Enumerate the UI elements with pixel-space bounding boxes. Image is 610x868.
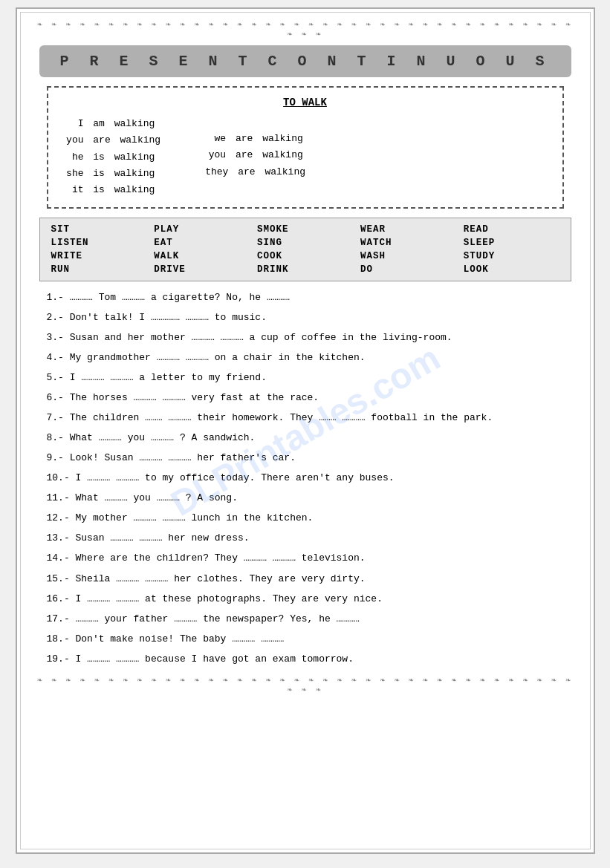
word-walking-7: walking xyxy=(256,147,302,163)
conjugation-title: TO WALK xyxy=(63,97,548,108)
top-border-decoration: ❧ ❧ ❧ ❧ ❧ ❧ ❧ ❧ ❧ ❧ ❧ ❧ ❧ ❧ ❧ ❧ ❧ ❧ ❧ ❧ … xyxy=(32,20,579,39)
exercise-item-19: 19.- I ………… ………… because I have got an e… xyxy=(43,650,568,668)
exercise-item-14: 14.- Where are the children? They ………… …… xyxy=(43,549,568,567)
verb-are-2: are xyxy=(230,131,253,147)
conjugation-left-column: I am walking you are walking he is walki… xyxy=(63,116,161,198)
exercise-item-3: 3.- Susan and her mother ………… ………… a cup… xyxy=(43,329,568,347)
word-walking-2: walking xyxy=(114,132,160,149)
exercise-item-17: 17.- ………… your father ………… the newspaper… xyxy=(43,610,568,628)
vocab-word-sing: SING xyxy=(257,238,353,248)
bottom-border-decoration: ❧ ❧ ❧ ❧ ❧ ❧ ❧ ❧ ❧ ❧ ❧ ❧ ❧ ❧ ❧ ❧ ❧ ❧ ❧ ❧ … xyxy=(32,676,579,695)
conj-row-you-sg: you are walking xyxy=(63,132,161,149)
pronoun-you-sg: you xyxy=(63,132,84,149)
worksheet-page: DLPrintables.com ❧ ❧ ❧ ❧ ❧ ❧ ❧ ❧ ❧ ❧ ❧ ❧… xyxy=(16,7,595,854)
pronoun-you-pl: you xyxy=(205,147,226,163)
word-walking-1: walking xyxy=(108,116,155,132)
verb-are-3: are xyxy=(230,147,253,163)
pronoun-i: I xyxy=(63,116,84,132)
exercise-item-10: 10.- I ………… ………… to my office today. The… xyxy=(43,469,568,487)
vocab-word-sleep: SLEEP xyxy=(464,238,559,248)
vocab-word-wear: WEAR xyxy=(360,224,456,235)
pronoun-it: it xyxy=(63,182,84,198)
vocab-word-smoke: SMOKE xyxy=(257,224,353,235)
exercise-item-9: 9.- Look! Susan ………… ………… her father's c… xyxy=(43,449,568,467)
vocab-word-study: STUDY xyxy=(464,251,559,261)
exercise-item-15: 15.- Sheila ………… ………… her clothes. They … xyxy=(43,570,568,588)
verb-is-2: is xyxy=(88,166,105,182)
vocab-word-wash: WASH xyxy=(360,251,456,261)
verb-is-1: is xyxy=(88,149,105,166)
conjugation-right-column: we are walking you are walking they are … xyxy=(205,131,305,198)
vocabulary-box: SITPLAYSMOKEWEARREADLISTENEATSINGWATCHSL… xyxy=(39,218,571,281)
conjugation-box: TO WALK I am walking you are walking he … xyxy=(47,86,564,208)
vocab-word-drink: DRINK xyxy=(257,264,353,275)
vocab-word-watch: WATCH xyxy=(360,238,456,248)
vocab-word-do: DO xyxy=(360,264,456,275)
exercise-item-4: 4.- My grandmother ………… ………… on a chair … xyxy=(43,349,568,367)
conj-row-you-pl: you are walking xyxy=(205,147,305,163)
exercise-item-2: 2.- Don't talk! I …………… ………… to music. xyxy=(43,309,568,327)
vocab-word-read: READ xyxy=(464,224,559,235)
exercise-item-16: 16.- I ………… ………… at these photographs. T… xyxy=(43,590,568,608)
conj-row-i: I am walking xyxy=(63,116,161,132)
word-walking-5: walking xyxy=(108,182,155,198)
vocab-word-eat: EAT xyxy=(154,238,250,248)
vocab-word-cook: COOK xyxy=(257,251,353,261)
exercise-item-1: 1.- ………… Tom ………… a cigarette? No, he ……… xyxy=(43,289,568,307)
verb-are-1: are xyxy=(88,132,111,149)
word-walking-6: walking xyxy=(256,131,302,147)
verb-are-4: are xyxy=(232,164,255,180)
exercises-section: 1.- ………… Tom ………… a cigarette? No, he ……… xyxy=(43,289,568,668)
vocab-word-write: WRITE xyxy=(51,251,147,261)
exercise-item-12: 12.- My mother ………… ………… lunch in the ki… xyxy=(43,509,568,527)
pronoun-we: we xyxy=(205,131,226,147)
exercise-item-18: 18.- Don't make noise! The baby ………… ………… xyxy=(43,630,568,648)
vocab-word-walk: WALK xyxy=(154,251,250,261)
conj-row-it: it is walking xyxy=(63,182,161,198)
vocab-word-sit: SIT xyxy=(51,224,147,235)
word-walking-3: walking xyxy=(108,149,155,166)
word-walking-4: walking xyxy=(108,166,155,182)
page-title: P R E S E N T C O N T I N U O U S xyxy=(39,45,571,77)
pronoun-she: she xyxy=(63,166,84,182)
pronoun-they: they xyxy=(205,164,228,180)
exercise-item-13: 13.- Susan ………… ………… her new dress. xyxy=(43,529,568,547)
conjugation-grid: I am walking you are walking he is walki… xyxy=(63,116,548,198)
exercise-item-8: 8.- What ………… you ………… ? A sandwich. xyxy=(43,429,568,447)
word-walking-8: walking xyxy=(259,164,305,180)
verb-is-3: is xyxy=(88,182,105,198)
vocab-word-run: RUN xyxy=(51,264,147,275)
conj-row-they: they are walking xyxy=(205,164,305,180)
conj-row-he: he is walking xyxy=(63,149,161,166)
exercise-item-7: 7.- The children ……… ………… their homework… xyxy=(43,409,568,427)
conj-row-we: we are walking xyxy=(205,131,305,147)
conj-row-she: she is walking xyxy=(63,166,161,182)
exercise-item-5: 5.- I ………… ………… a letter to my friend. xyxy=(43,369,568,387)
pronoun-he: he xyxy=(63,149,84,166)
vocab-word-drive: DRIVE xyxy=(154,264,250,275)
verb-am: am xyxy=(88,116,105,132)
exercise-item-11: 11.- What ………… you ………… ? A song. xyxy=(43,489,568,507)
vocab-word-listen: LISTEN xyxy=(51,238,147,248)
exercise-item-6: 6.- The horses ………… ………… very fast at th… xyxy=(43,389,568,407)
vocab-word-look: LOOK xyxy=(464,264,559,275)
vocab-word-play: PLAY xyxy=(154,224,250,235)
